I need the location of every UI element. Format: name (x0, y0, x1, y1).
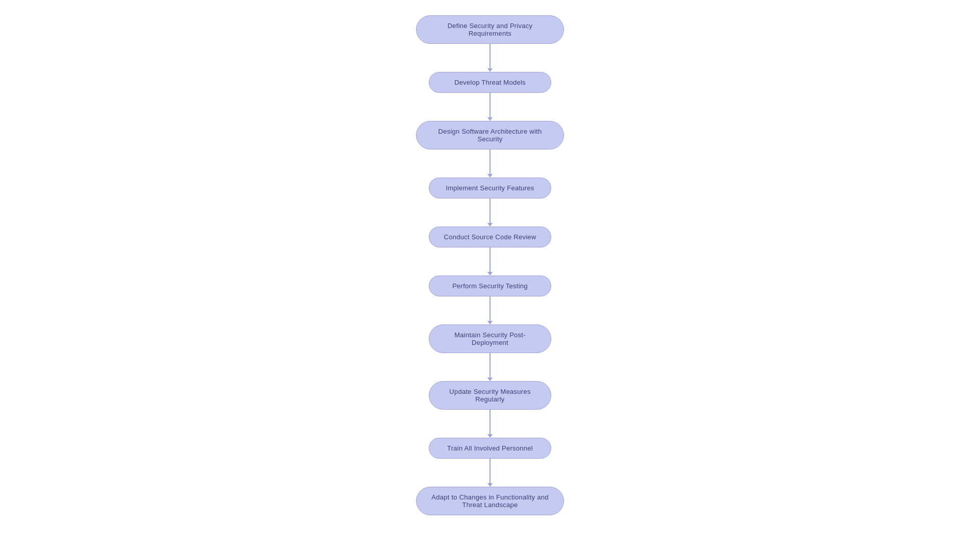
node-10: Adapt to Changes in Functionality and Th… (416, 487, 564, 515)
node-1: Define Security and Privacy Requirements (416, 15, 564, 44)
node-6: Perform Security Testing (429, 276, 551, 296)
flow-arrow-3 (487, 149, 493, 178)
flow-arrow-6 (487, 296, 493, 324)
flow-arrow-2 (487, 93, 493, 121)
flowchart: Define Security and Privacy Requirements… (388, 15, 592, 515)
node-3: Design Software Architecture with Securi… (416, 121, 564, 149)
node-2: Develop Threat Models (429, 72, 551, 93)
flow-arrow-7 (487, 353, 493, 381)
flow-arrow-9 (487, 459, 493, 487)
node-9: Train All Involved Personnel (429, 438, 551, 459)
flow-arrow-1 (487, 44, 493, 72)
node-4: Implement Security Features (429, 178, 551, 198)
node-8: Update Security Measures Regularly (429, 381, 551, 410)
flow-arrow-8 (487, 410, 493, 438)
node-7: Maintain Security Post-Deployment (429, 324, 551, 353)
flow-arrow-5 (487, 247, 493, 276)
node-5: Conduct Source Code Review (429, 227, 551, 247)
flow-arrow-4 (487, 198, 493, 227)
